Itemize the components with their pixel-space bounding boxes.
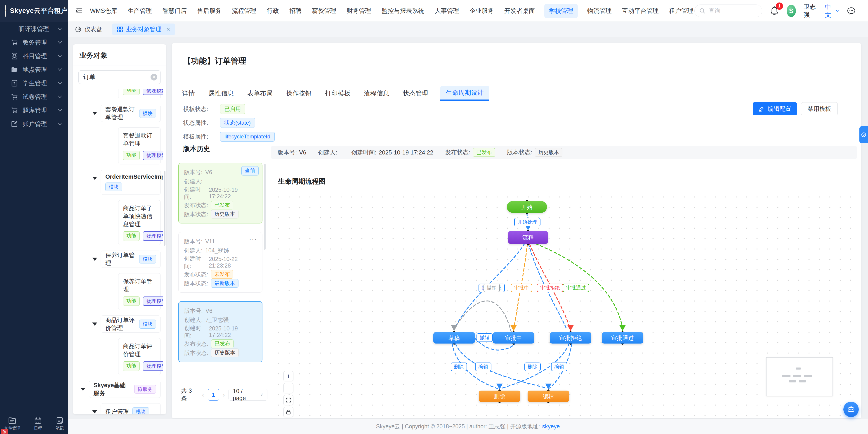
menu-item-wms[interactable]: WMS仓库	[89, 4, 118, 17]
chevron-down-icon	[58, 109, 62, 112]
expand-arrow-icon[interactable]	[92, 177, 97, 180]
sidebar-item-question-bank[interactable]: 题库管理	[0, 104, 68, 117]
brand-logo: Skyeye云平台租户	[0, 0, 68, 22]
lifecycle-canvas[interactable]: 开始处理 提交审批 撤销 审批中 审批拒绝 审批通过 撤销 删除 编辑 删除 编…	[271, 190, 857, 418]
user-name[interactable]: 卫志强	[804, 3, 817, 19]
edit-config-button[interactable]: 编辑配置	[753, 102, 797, 115]
menu-item-admin[interactable]: 行政	[266, 4, 280, 17]
node-delete[interactable]: 删除	[479, 390, 520, 402]
assistant-robot-button[interactable]	[843, 402, 859, 417]
tree-module-tenant[interactable]: 租户管理模块	[101, 403, 161, 414]
notification-bell[interactable]: 1	[770, 6, 779, 16]
sidebar-item-student[interactable]: 学生管理	[0, 77, 68, 90]
tab-state-management[interactable]: 状态管理	[401, 86, 430, 100]
disable-template-button[interactable]: 禁用模板	[801, 102, 838, 115]
node-rejected[interactable]: 审批拒绝	[550, 332, 591, 344]
version-card-v2[interactable]: 版本号:V2 创建人:7_卫志强 创建时间:2025-10-19 16:29:2…	[178, 371, 262, 371]
tab-attributes[interactable]: 属性信息	[207, 86, 235, 100]
minimap[interactable]	[766, 357, 833, 396]
node-edit[interactable]: 编辑	[528, 390, 569, 402]
menu-item-workflow[interactable]: 流程管理	[231, 4, 257, 17]
menu-item-aftersales[interactable]: 售后服务	[196, 4, 222, 17]
tree-scroll-view[interactable]: 功能 物理模型 套餐退款订单管理模块 套餐退款订单管理 功能物理模型	[73, 89, 163, 414]
sidebar-collapse-icon[interactable]	[75, 7, 83, 15]
tree-leaf-package-refund[interactable]: 套餐退款订单管理 功能物理模型	[118, 127, 161, 164]
tab-business-object-active[interactable]: 业务对象管理 ×	[112, 24, 175, 35]
search-input[interactable]	[709, 7, 758, 14]
version-scrollbar[interactable]	[264, 164, 266, 250]
menu-item-finance[interactable]: 财务管理	[346, 4, 372, 17]
menu-item-salary[interactable]: 薪资管理	[311, 4, 337, 17]
menu-item-hr[interactable]: 人事管理	[434, 4, 460, 17]
expand-arrow-icon[interactable]	[92, 258, 97, 261]
tab-print-template[interactable]: 打印模板	[324, 86, 352, 100]
tab-action-buttons[interactable]: 操作按钮	[285, 86, 313, 100]
tab-workflow-info[interactable]: 流程信息	[363, 86, 391, 100]
fit-view-button[interactable]	[283, 395, 293, 405]
node-approved[interactable]: 审批通过	[602, 332, 643, 344]
node-process[interactable]: 流程	[508, 231, 548, 244]
zoom-out-button[interactable]: −	[283, 383, 293, 393]
tab-detail[interactable]: 详情	[181, 86, 196, 100]
more-menu-icon[interactable]: ...	[249, 234, 257, 242]
language-switch[interactable]: 中文	[825, 3, 839, 19]
footer-link[interactable]: skyeye	[542, 423, 560, 430]
sidebar-item-exam-paper[interactable]: 试卷管理	[0, 90, 68, 104]
tree-search-input[interactable]	[80, 74, 149, 81]
edge-label-edit-2: 编辑	[551, 363, 567, 371]
version-card-v6-selected[interactable]: 版本号:V6 创建人:7_卫志强 创建时间:2025-10-19 17:24:2…	[178, 301, 262, 362]
tab-form-layout[interactable]: 表单布局	[246, 86, 274, 100]
menu-item-school-active[interactable]: 学校管理	[544, 4, 578, 18]
tree-module-orderitemserviceimpl[interactable]: OrderItemServiceImpl 模块	[101, 170, 161, 195]
expand-arrow-icon[interactable]	[92, 322, 97, 326]
tree-leaf-clipped[interactable]: 功能 物理模型	[118, 89, 161, 99]
expand-arrow-icon[interactable]	[81, 388, 86, 391]
sidebar-item-academic[interactable]: 教务管理	[0, 36, 68, 49]
version-card-v11[interactable]: ... 版本号:V11 创建人:104_寇姊 创建时间:2025-10-22 2…	[178, 232, 262, 293]
next-page-icon[interactable]: ›	[223, 391, 225, 399]
sidebar-item-subject[interactable]: 科目管理	[0, 49, 68, 63]
menu-item-tenant[interactable]: 租户管理	[668, 4, 694, 17]
tree-scrollbar[interactable]	[164, 171, 165, 245]
node-start[interactable]: 开始	[507, 201, 547, 213]
prev-page-icon[interactable]: ‹	[202, 391, 204, 399]
menu-item-enterprise[interactable]: 企业服务	[469, 4, 495, 17]
node-draft[interactable]: 草稿	[433, 332, 475, 344]
menu-item-interactive[interactable]: 互动平台管理	[621, 4, 659, 17]
zoom-in-button[interactable]: +	[283, 371, 293, 381]
theme-settings-tab[interactable]	[860, 126, 868, 143]
sidebar-item-lesson-review[interactable]: 听评课管理	[0, 22, 68, 36]
page-number[interactable]: 1	[208, 389, 219, 401]
page-size-select[interactable]: 10 / page ∨	[228, 389, 268, 401]
top-bar: Skyeye云平台租户 WMS仓库 生产管理 智慧门店 售后服务 流程管理 行政…	[0, 0, 868, 22]
menu-item-recruit[interactable]: 招聘	[288, 4, 303, 17]
close-icon[interactable]: ×	[166, 26, 170, 33]
menu-item-devdesk[interactable]: 开发者桌面	[503, 4, 536, 17]
tab-lifecycle-design-active[interactable]: 生命周期设计	[440, 86, 489, 100]
version-card-current[interactable]: 当前 版本号:V6 创建人: 创建时间:2025-10-19 17:24:22 …	[178, 163, 262, 224]
menu-item-store[interactable]: 智慧门店	[161, 4, 188, 17]
tree-module-package-refund[interactable]: 套餐退款订单管理模块	[101, 105, 161, 122]
dock-item-schedule[interactable]: 日程	[34, 417, 42, 431]
expand-arrow-icon[interactable]	[92, 410, 97, 413]
tab-dashboard[interactable]: 仪表盘	[75, 25, 102, 33]
user-avatar[interactable]: S	[786, 5, 796, 17]
global-search[interactable]	[694, 4, 762, 17]
sidebar-item-location[interactable]: 地点管理	[0, 63, 68, 77]
tree-leaf-order-review[interactable]: 商品订单评价管理 功能物理模型	[118, 338, 161, 375]
menu-item-monitor[interactable]: 监控与报表系统	[381, 4, 425, 17]
chat-icon[interactable]	[847, 6, 856, 16]
tree-leaf-maintenance-order[interactable]: 保养订单管理 功能物理模型	[118, 273, 161, 310]
node-approving[interactable]: 审批中	[493, 332, 534, 344]
menu-item-production[interactable]: 生产管理	[127, 4, 153, 17]
lock-button[interactable]	[283, 407, 293, 417]
tree-leaf-express-info[interactable]: 商品订单子单项快递信息管理 功能物理模型	[118, 200, 161, 245]
tree-module-maintenance-order[interactable]: 保养订单管理模块	[101, 251, 161, 268]
tree-micro-skyeye-base[interactable]: Skyeye基础服务微服务	[89, 381, 161, 398]
clear-search-icon[interactable]: ×	[151, 74, 157, 81]
expand-arrow-icon[interactable]	[92, 112, 97, 115]
menu-item-logistics[interactable]: 物流管理	[586, 4, 613, 17]
dock-item-notes[interactable]: 笔记	[56, 417, 64, 431]
sidebar-item-account[interactable]: 账户管理	[0, 117, 68, 131]
tree-module-order-review[interactable]: 商品订单评价管理模块	[101, 316, 161, 333]
